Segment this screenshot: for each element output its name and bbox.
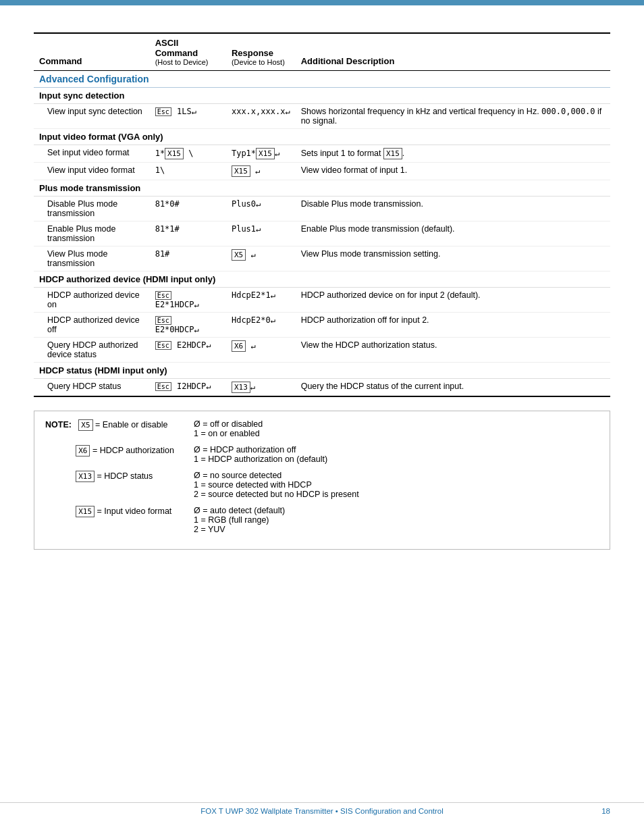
main-table: Command ASCII Command (Host to Device) R…	[34, 32, 610, 397]
notes-section: NOTE: X5 = Enable or disable Ø = off or …	[34, 411, 610, 550]
col-command-label: Command	[39, 56, 82, 66]
section-plus-mode: Plus mode transmission	[34, 180, 610, 197]
ascii-view-sync: Esc 1LS↵	[150, 104, 226, 129]
esc-box-hdcp3: Esc	[155, 341, 171, 350]
section-advanced: Advanced Configuration	[34, 71, 610, 88]
x15-val-1: 1 = RGB (full range)	[194, 515, 269, 525]
x6-box-1: X6	[232, 340, 246, 352]
resp-enable-plus: Plus1↵	[226, 221, 296, 246]
x13-val-0: Ø = no source detected	[194, 471, 281, 480]
resp-set-video: Typ1*X15↵	[226, 145, 296, 163]
x5-note-text: = Enable or disable	[95, 420, 167, 429]
row-view-plus: View Plus modetransmission 81# X5 ↵ View…	[34, 246, 610, 271]
x15-box-4: X15	[232, 165, 250, 177]
desc-set-video: Sets input 1 to format X15.	[296, 145, 610, 163]
note-row-x6: X6 = HDCP authorization Ø = HDCP authori…	[45, 445, 599, 464]
footer-page: 18	[601, 807, 610, 815]
cmd-enable-plus: Enable Plus modetransmission	[34, 221, 150, 246]
input-video-label: Input video format (VGA only)	[39, 132, 163, 142]
col-response: Response (Device to Host)	[226, 33, 296, 71]
x15-note-text: = Input video format	[97, 506, 172, 516]
note-right-x15: Ø = auto detect (default) 1 = RGB (full …	[194, 506, 599, 534]
resp-view-video: X15 ↵	[226, 163, 296, 180]
note-row-x15: X15 = Input video format Ø = auto detect…	[45, 506, 599, 534]
top-bar	[0, 0, 644, 5]
x13-note-text: = HDCP status	[97, 471, 153, 481]
col-response-label: Response	[232, 48, 273, 58]
note-left-x15: X15 = Input video format	[45, 506, 180, 534]
col-description: Additional Description	[296, 33, 610, 71]
col-ascii-sub: (Host to Device)	[155, 58, 221, 66]
row-hdcp-status: Query HDCP status Esc I2HDCP↵ X13↵ Query…	[34, 379, 610, 397]
resp-view-plus: X5 ↵	[226, 246, 296, 271]
plus-mode-label: Plus mode transmission	[39, 183, 140, 193]
section-input-sync: Input sync detection	[34, 88, 610, 104]
cmd-hdcp-status: Query HDCP status	[34, 379, 150, 397]
note-right-x13: Ø = no source detected 1 = source detect…	[194, 471, 599, 499]
x13-note-box: X13	[76, 471, 95, 482]
ascii-set-video: 1*X15 \	[150, 145, 226, 163]
esc-box-sync: Esc	[155, 107, 171, 116]
col-command: Command	[34, 33, 150, 71]
page-content: Command ASCII Command (Host to Device) R…	[0, 5, 644, 577]
cmd-view-video: View input video format	[34, 163, 150, 180]
footer-text: FOX T UWP 302 Wallplate Transmitter • SI…	[200, 807, 444, 815]
resp-hdcp-off: HdcpE2*0↵	[226, 313, 296, 338]
x6-val-0: Ø = HDCP authorization off	[194, 445, 296, 454]
cmd-hdcp-on: HDCP authorized device on	[34, 288, 150, 313]
row-disable-plus: Disable Plus modetransmission 81*0# Plus…	[34, 197, 610, 221]
note-left-x5: NOTE: X5 = Enable or disable	[45, 419, 180, 438]
advanced-config-label: Advanced Configuration	[39, 74, 149, 84]
desc-disable-plus: Disable Plus mode transmission.	[296, 197, 610, 221]
col-ascii: ASCII Command (Host to Device)	[150, 33, 226, 71]
col-description-label: Additional Description	[301, 56, 395, 66]
resp-hdcp-query: X6 ↵	[226, 338, 296, 363]
resp-disable-plus: Plus0↵	[226, 197, 296, 221]
cmd-set-video: Set input video format	[34, 145, 150, 163]
desc-hdcp-off: HDCP authorization off for input 2.	[296, 313, 610, 338]
section-hdcp-status: HDCP status (HDMI input only)	[34, 363, 610, 379]
note-row-x5: NOTE: X5 = Enable or disable Ø = off or …	[45, 419, 599, 438]
row-hdcp-query: Query HDCP authorizeddevice status Esc E…	[34, 338, 610, 363]
desc-view-sync: Shows horizontal frequency in kHz and ve…	[296, 104, 610, 129]
x5-box-1: X5	[232, 249, 246, 261]
desc-hdcp-status: Query the HDCP status of the current inp…	[296, 379, 610, 397]
ascii-disable-plus: 81*0#	[150, 197, 226, 221]
cmd-view-plus: View Plus modetransmission	[34, 246, 150, 271]
x13-val-2: 2 = source detected but no HDCP is prese…	[194, 490, 359, 499]
x15-note-box: X15	[76, 506, 95, 517]
resp-hdcp-on: HdcpE2*1↵	[226, 288, 296, 313]
note-right-x5: Ø = off or disabled 1 = on or enabled	[194, 419, 599, 438]
resp-view-sync: xxx.x,xxx.x↵	[226, 104, 296, 129]
x15-box-1: X15	[165, 148, 184, 159]
row-hdcp-auth-on: HDCP authorized device on Esc E2*1HDCP↵ …	[34, 288, 610, 313]
esc-box-hdcp4: Esc	[155, 382, 171, 391]
esc-box-hdcp1: Esc	[155, 291, 171, 300]
col-response-sub: (Device to Host)	[232, 58, 290, 66]
esc-box-hdcp2: Esc	[155, 316, 171, 325]
note-label: NOTE:	[45, 420, 72, 429]
ascii-hdcp-on: Esc E2*1HDCP↵	[150, 288, 226, 313]
x15-box-3: X15	[383, 148, 402, 159]
x5-val-1: 1 = on or enabled	[194, 429, 260, 438]
note-left-x6: X6 = HDCP authorization	[45, 445, 180, 464]
ascii-enable-plus: 81*1#	[150, 221, 226, 246]
cmd-hdcp-query: Query HDCP authorizeddevice status	[34, 338, 150, 363]
x15-val-0: Ø = auto detect (default)	[194, 506, 285, 515]
x6-note-box: X6	[76, 445, 90, 457]
note-left-x13: X13 = HDCP status	[45, 471, 180, 499]
x5-note-box: X5	[78, 419, 92, 431]
note-right-x6: Ø = HDCP authorization off 1 = HDCP auth…	[194, 445, 599, 464]
x15-box-2: X15	[256, 148, 275, 159]
ascii-view-plus: 81#	[150, 246, 226, 271]
cmd-disable-plus: Disable Plus modetransmission	[34, 197, 150, 221]
x13-box-1: X13	[232, 382, 250, 393]
col-ascii-label: ASCII Command	[155, 38, 198, 58]
x6-val-1: 1 = HDCP authorization on (default)	[194, 454, 327, 464]
hdcp-auth-label: HDCP authorized device (HDMI input only)	[39, 274, 215, 284]
row-set-video-format: Set input video format 1*X15 \ Typ1*X15↵…	[34, 145, 610, 163]
x6-note-text: = HDCP authorization	[92, 446, 174, 455]
x5-val-0: Ø = off or disabled	[194, 419, 263, 429]
desc-view-plus: View Plus mode transmission setting.	[296, 246, 610, 271]
section-input-video: Input video format (VGA only)	[34, 129, 610, 145]
